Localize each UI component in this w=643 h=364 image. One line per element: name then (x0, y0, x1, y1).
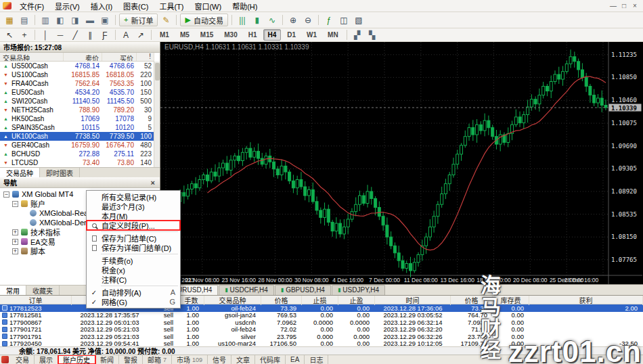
channel-icon[interactable]: ∥ (83, 28, 97, 41)
timeframe-m15[interactable]: M15 (196, 29, 218, 41)
chart-tab-usdjpy[interactable]: ▮USDJPY,H4 (332, 285, 385, 295)
vertical-line-icon[interactable]: │ (39, 28, 52, 41)
timeframe-m5[interactable]: M5 (175, 29, 194, 41)
menu-this-month[interactable]: 本月(M) (87, 211, 180, 221)
tab-symbols[interactable]: 交易品种 (0, 168, 40, 177)
history-row-177901721[interactable]: 1779017212023.12.29 05:21:03sell1.00oil-… (0, 326, 643, 334)
market-watch-row-swi20cash[interactable]: ▲SWI20Cash11140.5011145.50500 (0, 97, 154, 106)
tab-common[interactable]: 常用 (0, 286, 26, 295)
tab-account-history[interactable]: 账户历史 (58, 355, 95, 364)
market-watch-row-ger40cash[interactable]: ▼GER40Cash16759.9016764.70480 (0, 141, 154, 150)
market-watch-icon[interactable]: ▥ (39, 14, 52, 26)
market-watch-row-fra40cash[interactable]: ▼FRA40Cash7562.647563.35100 (0, 79, 154, 88)
menu-auto-arrange[interactable]: ✓自动排列(A)A (87, 288, 180, 297)
history-column-6[interactable]: 止损 (302, 295, 338, 305)
tree-expander-icon[interactable]: + (12, 239, 18, 245)
chart-tab-usdchf[interactable]: ▮USDCHF,H4 (219, 285, 274, 295)
menu-commissions[interactable]: 手续费(o) (87, 256, 180, 265)
strategy-tester-icon[interactable]: ▣ (98, 14, 112, 26)
market-watch-row-us500cash[interactable]: ▲US500Cash4768.144768.6652 (0, 62, 154, 70)
market-watch-row-uk100cash[interactable]: ▲UK100Cash7738.507739.50100 (0, 132, 154, 141)
history-column-3[interactable]: 手数 (179, 295, 204, 305)
timeframe-m30[interactable]: M30 (219, 29, 242, 41)
tree-expander-icon[interactable]: − (3, 191, 9, 198)
tab-exposure[interactable]: 展示 (35, 355, 58, 364)
history-row-177812581[interactable]: 1778125812023.12.28 17:35:57sell1.00gsoi… (0, 312, 643, 319)
tile-windows-icon[interactable]: ▞ (351, 28, 364, 41)
menu-charts[interactable]: 图表(C) (118, 0, 154, 13)
fibonacci-icon[interactable]: Ƒ (98, 28, 112, 41)
crosshair-icon[interactable]: + (18, 28, 31, 41)
cascade-windows-icon[interactable]: ▚ (365, 28, 379, 41)
arrow-objects-icon[interactable]: ↗ (134, 28, 148, 41)
tab-favorites[interactable]: 收藏夹 (26, 286, 60, 295)
tab-alerts[interactable]: 警报 (119, 355, 143, 364)
timeframe-m1[interactable]: M1 (155, 29, 174, 41)
data-window-icon[interactable]: ◧ (53, 14, 67, 26)
new-chart-icon[interactable]: ▦ (3, 14, 16, 26)
tree-expander-icon[interactable]: + (12, 229, 18, 235)
menu-custom-period[interactable]: 自定义时段(P)... (87, 221, 180, 230)
market-watch-row-eu50cash[interactable]: ▲EU50Cash4534.204535.70150 (0, 88, 154, 97)
chart-profiles-icon[interactable]: ▤ (18, 14, 31, 26)
menu-insert[interactable]: 插入(I) (85, 0, 118, 13)
menu-window[interactable]: 窗口(W) (189, 0, 227, 13)
timeframe-h1[interactable]: H1 (244, 29, 262, 41)
chart-canvas[interactable]: 1.112351.108501.104601.100751.096901.093… (160, 42, 642, 284)
tab-market[interactable]: 市场109 (172, 355, 208, 364)
history-column-11[interactable]: 获利 (529, 295, 643, 305)
menu-taxes[interactable]: 税金(x) (87, 265, 180, 275)
chart-close-button[interactable]: × (629, 1, 640, 10)
menu-last-3-months[interactable]: 最近3个月(3) (87, 202, 180, 211)
close-icon[interactable]: × (150, 179, 156, 187)
timeframe-d1[interactable]: D1 (282, 29, 301, 41)
zoom-out-icon[interactable]: ⊖ (301, 14, 315, 26)
menu-grid[interactable]: ✓网格(G)G (87, 297, 180, 306)
zoom-in-icon[interactable]: ⊕ (286, 14, 300, 26)
menu-all-history[interactable]: 所有交易记录(H) (87, 192, 180, 202)
history-column-7[interactable]: 止盈 (338, 295, 375, 305)
market-watch-column-3[interactable]: ! (137, 53, 154, 61)
market-watch-row-neth25cash[interactable]: ▼NETH25Cash788.90789.2030 (0, 106, 154, 114)
menu-file[interactable]: 文件(F) (14, 0, 49, 13)
auto-trading-button[interactable]: ▶自动交易 (180, 14, 227, 26)
menu-tools[interactable]: 工具(T) (154, 0, 189, 13)
market-watch-column-0[interactable]: 交易品种 (0, 53, 64, 61)
tab-signals[interactable]: 信号 (208, 355, 231, 364)
market-watch-row-hk50cash[interactable]: ▲HK50Cash17069170789 (0, 114, 154, 123)
market-watch-row-us100cash[interactable]: ▼US100Cash16815.8516818.05220 (0, 70, 154, 79)
chart-restore-button[interactable]: □ (619, 1, 629, 10)
history-column-0[interactable]: 订单 (0, 295, 72, 305)
text-label-icon[interactable]: A (119, 28, 133, 41)
price-chart[interactable]: 1.112351.108501.104601.100751.096901.093… (160, 42, 643, 284)
menu-comments[interactable]: 注释(C) (87, 275, 180, 284)
market-watch-row-spain35cash[interactable]: ▲SPAIN35Cash10115101205 (0, 123, 154, 132)
menu-save-as-report[interactable]: 保存为门结单(C) (87, 233, 180, 243)
bar-chart-icon[interactable]: ||| (236, 14, 249, 26)
market-watch-row-ltcusd[interactable]: ▼LTCUSD73.4073.80140 (0, 158, 154, 167)
trendline-icon[interactable]: ╱ (68, 28, 82, 41)
history-row-177900867[interactable]: 1779008672023.12.29 05:01:03sell1.00usdc… (0, 319, 643, 326)
menu-view[interactable]: 显示(V) (49, 0, 85, 13)
horizontal-line-icon[interactable]: ─ (53, 28, 67, 41)
market-watch-scrollbar[interactable] (154, 62, 160, 167)
tab-news[interactable]: 新闻 (95, 355, 119, 364)
tree-expander-icon[interactable]: − (12, 201, 18, 207)
market-watch-column-1[interactable]: 卖价 (64, 53, 102, 61)
cursor-icon[interactable]: ↖ (3, 28, 16, 41)
chart-minimize-button[interactable]: — (608, 1, 619, 10)
menu-save-as-detailed-report[interactable]: 保存为详细门结单(D) (87, 243, 180, 252)
scrollbar-thumb[interactable] (155, 63, 160, 81)
terminal-panel-icon[interactable]: ▬ (83, 14, 97, 26)
line-chart-icon[interactable]: ∿ (265, 14, 279, 26)
new-order-button[interactable]: +新订单 (119, 14, 158, 26)
periods-icon[interactable]: ◫ (337, 14, 351, 26)
candlestick-chart-icon[interactable]: ▮ (250, 14, 264, 26)
market-watch-row-bchusd[interactable]: ▲BCHUSD272.88275.11223 (0, 150, 154, 158)
timeframe-h4[interactable]: H4 (263, 29, 282, 41)
metaeditor-icon[interactable]: ✎ (159, 14, 173, 26)
tab-trade[interactable]: 交易 (11, 355, 35, 364)
time-axis[interactable]: 16 Nov 202321 Nov 08:0023 Nov 16:0028 No… (162, 277, 599, 283)
tab-mailbox[interactable]: 邮箱7 (143, 355, 172, 364)
navigator-icon[interactable]: ◨ (68, 14, 82, 26)
